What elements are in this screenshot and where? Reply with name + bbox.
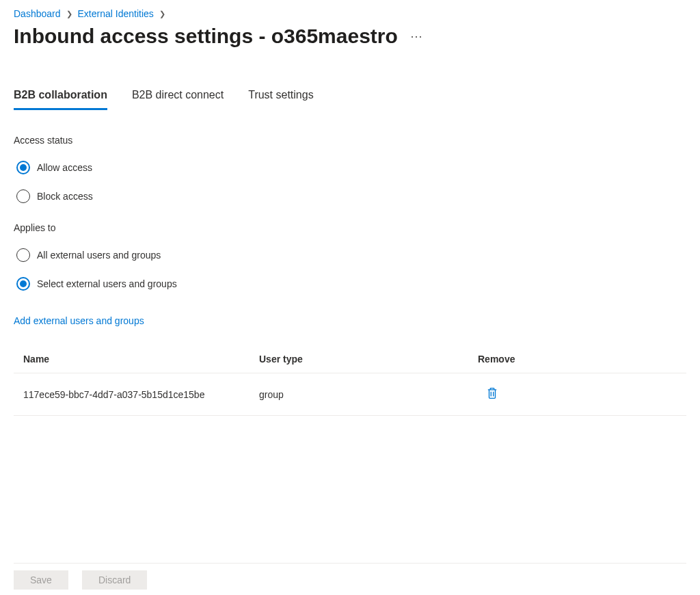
chevron-right-icon: ❯ bbox=[66, 10, 72, 18]
page-header: Inbound access settings - o365maestro ⋯ bbox=[14, 25, 686, 48]
radio-icon bbox=[16, 248, 30, 262]
radio-allow-access[interactable]: Allow access bbox=[14, 161, 686, 174]
column-header-name[interactable]: Name bbox=[23, 354, 259, 365]
radio-select-external[interactable]: Select external users and groups bbox=[14, 277, 686, 291]
applies-to-label: Applies to bbox=[14, 222, 686, 233]
breadcrumb: Dashboard ❯ External Identities ❯ bbox=[14, 8, 686, 19]
tab-bar: B2B collaboration B2B direct connect Tru… bbox=[14, 89, 686, 110]
radio-icon bbox=[16, 277, 30, 291]
applies-to-group: All external users and groups Select ext… bbox=[14, 248, 686, 291]
radio-label: Select external users and groups bbox=[37, 278, 177, 289]
tab-b2b-direct-connect[interactable]: B2B direct connect bbox=[132, 89, 224, 110]
page-title: Inbound access settings - o365maestro bbox=[14, 25, 398, 48]
column-header-remove[interactable]: Remove bbox=[478, 354, 677, 365]
breadcrumb-external-identities[interactable]: External Identities bbox=[78, 8, 154, 19]
radio-block-access[interactable]: Block access bbox=[14, 189, 686, 203]
radio-label: Allow access bbox=[37, 162, 92, 173]
radio-all-external[interactable]: All external users and groups bbox=[14, 248, 686, 262]
delete-icon[interactable] bbox=[486, 387, 498, 399]
more-icon[interactable]: ⋯ bbox=[410, 29, 423, 44]
add-external-users-link[interactable]: Add external users and groups bbox=[14, 315, 144, 326]
cell-name: 117ece59-bbc7-4dd7-a037-5b15d1ce15be bbox=[23, 389, 259, 400]
cell-user-type: group bbox=[259, 389, 478, 400]
footer-actions: Save Discard bbox=[14, 563, 686, 590]
table-header: Name User type Remove bbox=[14, 345, 686, 373]
breadcrumb-dashboard[interactable]: Dashboard bbox=[14, 8, 61, 19]
radio-icon bbox=[16, 189, 30, 203]
discard-button[interactable]: Discard bbox=[82, 570, 147, 590]
column-header-user-type[interactable]: User type bbox=[259, 354, 478, 365]
table-row: 117ece59-bbc7-4dd7-a037-5b15d1ce15be gro… bbox=[14, 373, 686, 416]
access-status-group: Allow access Block access bbox=[14, 161, 686, 203]
save-button[interactable]: Save bbox=[14, 570, 68, 590]
chevron-right-icon: ❯ bbox=[159, 10, 165, 18]
tab-b2b-collaboration[interactable]: B2B collaboration bbox=[14, 89, 107, 110]
access-status-label: Access status bbox=[14, 135, 686, 146]
radio-icon bbox=[16, 161, 30, 174]
radio-label: Block access bbox=[37, 191, 93, 202]
tab-trust-settings[interactable]: Trust settings bbox=[248, 89, 313, 110]
radio-label: All external users and groups bbox=[37, 250, 161, 261]
users-table: Name User type Remove 117ece59-bbc7-4dd7… bbox=[14, 345, 686, 416]
